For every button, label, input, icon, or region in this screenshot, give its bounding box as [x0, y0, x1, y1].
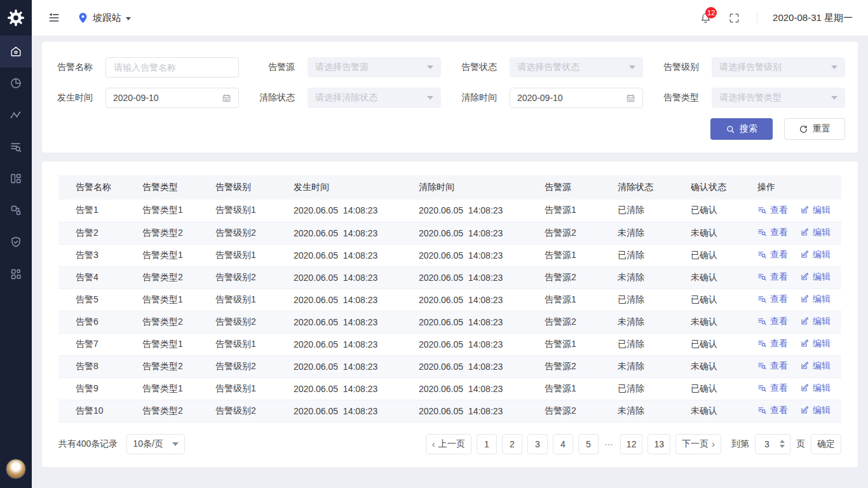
edit-link[interactable]: 编辑 — [800, 360, 831, 372]
page-size-select[interactable]: 10条/页 — [126, 434, 185, 454]
view-link[interactable]: 查看 — [757, 205, 788, 216]
sidebar-item-activity[interactable] — [0, 99, 32, 131]
topbar: 坡跟站 12 2020-08-31 星期一 — [32, 0, 868, 36]
edit-icon — [800, 383, 810, 393]
filter-alarm-status: 告警状态 请选择告警状态 — [459, 57, 643, 78]
prev-page-button[interactable]: ‹ 上一页 — [426, 434, 471, 454]
cell-0: 告警8 — [58, 355, 125, 377]
cell-2: 告警级别2 — [198, 400, 276, 422]
sidebar-item-layout[interactable] — [0, 163, 32, 194]
view-link-label: 查看 — [770, 249, 788, 261]
sidebar-item-apps[interactable] — [0, 258, 32, 290]
jump-page-input[interactable]: 3 — [755, 434, 790, 454]
view-search-icon — [757, 205, 767, 215]
view-link[interactable]: 查看 — [757, 294, 788, 305]
cell-0: 告警4 — [58, 266, 125, 288]
table-row: 告警6告警类型2告警级别22020.06.05 14:08:232020.06.… — [58, 311, 841, 333]
cell-7: 未确认 — [674, 266, 740, 288]
cell-7: 已确认 — [674, 288, 740, 311]
sidebar-item-pie-chart[interactable] — [0, 67, 32, 99]
select-placeholder: 请选择清除状态 — [315, 92, 377, 104]
view-search-icon — [757, 294, 767, 304]
caret-up-icon — [780, 440, 785, 443]
view-link[interactable]: 查看 — [757, 271, 788, 283]
caret-down-icon — [831, 65, 837, 69]
table-row: 告警2告警类型2告警级别22020.06.05 14:08:232020.06.… — [58, 222, 841, 244]
page-button-2[interactable]: 2 — [502, 434, 522, 454]
user-avatar[interactable] — [6, 459, 26, 479]
menu-fold-icon[interactable] — [47, 11, 61, 25]
select-placeholder: 请选择告警状态 — [517, 62, 580, 73]
edit-link-label: 编辑 — [813, 360, 831, 372]
sidebar-item-shield-check[interactable] — [0, 226, 32, 258]
confirm-button[interactable]: 确定 — [811, 434, 841, 454]
reset-button-label: 重置 — [813, 123, 831, 135]
reset-button[interactable]: 重置 — [784, 118, 845, 140]
station-selector[interactable]: 坡跟站 — [78, 12, 131, 24]
view-link[interactable]: 查看 — [757, 360, 788, 372]
view-link[interactable]: 查看 — [757, 383, 788, 394]
view-link[interactable]: 查看 — [757, 405, 788, 416]
edit-link-label: 编辑 — [813, 249, 831, 261]
sidebar-item-home[interactable] — [0, 36, 32, 67]
view-link[interactable]: 查看 — [757, 338, 788, 349]
edit-link-label: 编辑 — [813, 205, 831, 216]
clear-time-picker[interactable]: 2020-09-10 — [510, 88, 643, 108]
alarm-status-select[interactable]: 请选择告警状态 — [510, 57, 643, 78]
table-row: 告警10告警类型2告警级别22020.06.05 14:08:232020.06… — [58, 400, 841, 422]
edit-link[interactable]: 编辑 — [800, 227, 831, 238]
filter-label: 告警级别 — [661, 62, 699, 73]
page-button-4[interactable]: 4 — [553, 434, 573, 454]
occur-time-picker[interactable]: 2020-09-10 — [105, 88, 239, 108]
page-button-5[interactable]: 5 — [578, 434, 599, 454]
cell-7: 未确认 — [674, 311, 740, 333]
view-link-label: 查看 — [770, 271, 788, 283]
edit-link[interactable]: 编辑 — [800, 338, 831, 349]
cell-1: 告警类型1 — [125, 288, 198, 311]
pagination-summary: 共有400条记录 10条/页 — [58, 434, 185, 454]
edit-link[interactable]: 编辑 — [800, 383, 831, 394]
cell-2: 告警级别2 — [198, 222, 276, 244]
filter-label: 清除时间 — [459, 92, 497, 104]
calendar-icon — [222, 93, 231, 103]
stepper-arrows[interactable] — [780, 440, 785, 448]
cell-2: 告警级别1 — [198, 377, 276, 400]
view-link[interactable]: 查看 — [757, 227, 788, 238]
cell-4: 2020.06.05 14:08:23 — [402, 311, 527, 333]
alarm-name-input[interactable] — [105, 57, 239, 78]
view-link[interactable]: 查看 — [757, 316, 788, 327]
page-button-12[interactable]: 12 — [620, 434, 643, 454]
alarm-type-select[interactable]: 请选择告警类型 — [712, 88, 845, 108]
page-button-1[interactable]: 1 — [477, 434, 497, 454]
sidebar-item-list-search[interactable] — [0, 131, 32, 163]
cell-6: 已清除 — [600, 333, 674, 355]
sidebar-item-org-chart[interactable] — [0, 194, 32, 226]
cell-0: 告警9 — [58, 377, 125, 400]
notification-bell[interactable]: 12 — [700, 12, 712, 24]
edit-link[interactable]: 编辑 — [800, 405, 831, 416]
view-link[interactable]: 查看 — [757, 249, 788, 261]
alarm-level-select[interactable]: 请选择告警级别 — [712, 57, 845, 78]
search-button[interactable]: 搜索 — [710, 118, 773, 140]
edit-link[interactable]: 编辑 — [800, 294, 831, 305]
cell-5: 告警源2 — [527, 400, 600, 422]
clear-status-select[interactable]: 请选择清除状态 — [308, 88, 441, 108]
next-page-button[interactable]: 下一页 › — [675, 434, 721, 454]
edit-link[interactable]: 编辑 — [800, 271, 831, 283]
edit-link[interactable]: 编辑 — [800, 316, 831, 327]
edit-link[interactable]: 编辑 — [800, 205, 831, 216]
cell-2: 告警级别2 — [198, 311, 276, 333]
view-search-icon — [757, 383, 767, 393]
select-placeholder: 请选择告警源 — [315, 62, 369, 73]
page-button-3[interactable]: 3 — [527, 434, 548, 454]
fullscreen-icon[interactable] — [728, 12, 740, 24]
page-button-13[interactable]: 13 — [648, 434, 670, 454]
edit-link-label: 编辑 — [813, 271, 831, 283]
alarm-source-select[interactable]: 请选择告警源 — [308, 57, 441, 78]
next-page-label: 下一页 — [682, 438, 709, 450]
table-row: 告警9告警类型1告警级别12020.06.05 14:08:232020.06.… — [58, 377, 841, 400]
edit-link[interactable]: 编辑 — [800, 249, 831, 261]
cell-0: 告警3 — [58, 244, 125, 266]
cell-5: 告警源2 — [527, 355, 600, 377]
cell-3: 2020.06.05 14:08:23 — [276, 377, 402, 400]
